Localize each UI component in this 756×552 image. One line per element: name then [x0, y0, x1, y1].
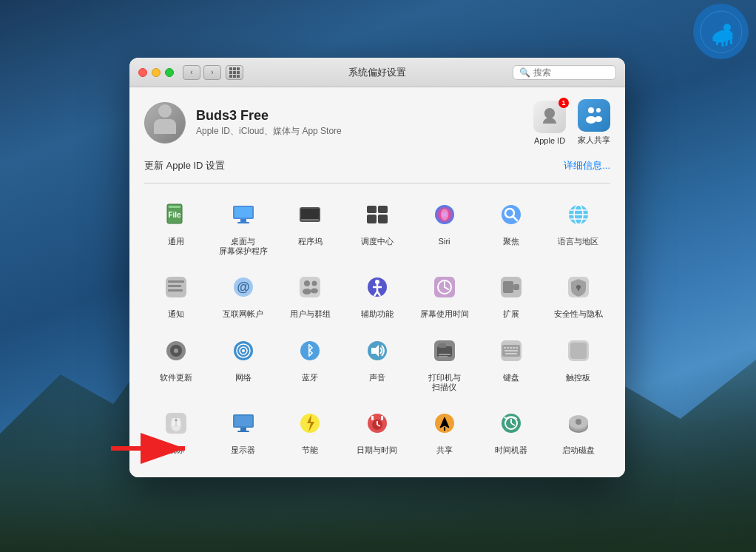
icon-software[interactable]: 软件更新	[144, 329, 209, 395]
extension-label: 扩展	[503, 309, 519, 319]
svg-point-13	[596, 108, 601, 112]
icon-language[interactable]: 语言与地区	[546, 192, 610, 259]
grid-view-button[interactable]	[226, 65, 243, 80]
svg-point-15	[595, 116, 602, 122]
svg-point-97	[172, 418, 176, 425]
update-link[interactable]: 详细信息...	[564, 159, 610, 172]
network-label: 网络	[235, 373, 252, 383]
icon-siri[interactable]: Siri	[412, 192, 476, 259]
desktop-label: 桌面与 屏幕保护程序	[219, 237, 268, 256]
sharing-label: 共享	[436, 445, 453, 455]
energy-icon	[291, 404, 329, 442]
avatar	[144, 102, 186, 144]
profile-info: Buds3 Free Apple ID、iCloud、媒体与 App Store	[196, 108, 533, 138]
search-icon: 🔍	[519, 67, 530, 78]
icon-timemachine[interactable]: 时间机器	[479, 401, 544, 458]
close-button[interactable]	[138, 68, 147, 77]
svg-rect-87	[507, 347, 509, 349]
display-label: 显示器	[231, 445, 255, 455]
datetime-icon	[358, 404, 396, 442]
spotlight-icon	[492, 195, 530, 234]
icon-startup[interactable]: 启动磁盘	[546, 401, 610, 458]
icon-dock[interactable]: 程序坞	[278, 192, 342, 259]
svg-rect-30	[378, 215, 388, 223]
family-sharing-icon	[578, 99, 610, 132]
icon-extension[interactable]: 扩展	[479, 265, 544, 322]
svg-rect-17	[169, 206, 180, 208]
update-banner: 更新 Apple ID 设置 详细信息...	[144, 158, 610, 174]
icon-spotlight[interactable]: 聚焦	[479, 192, 544, 259]
window-title: 系统偏好设置	[348, 66, 406, 79]
icon-bluetooth[interactable]: ᛒ蓝牙	[278, 329, 342, 395]
titlebar: ‹ › 系统偏好设置 🔍	[129, 58, 625, 87]
forward-button[interactable]: ›	[203, 65, 221, 80]
svg-rect-103	[240, 428, 246, 431]
icon-desktop[interactable]: 桌面与 屏幕保护程序	[212, 192, 276, 259]
icon-notification[interactable]: 通知	[144, 265, 209, 322]
general-icon: File	[157, 195, 195, 234]
svg-point-51	[311, 289, 318, 294]
svg-rect-92	[505, 353, 517, 354]
profile-section: Buds3 Free Apple ID、iCloud、媒体与 App Store…	[144, 99, 610, 146]
notification-icon	[157, 268, 195, 306]
extension-icon	[492, 268, 530, 306]
mission-icon	[358, 195, 396, 234]
icon-sound[interactable]: 声音	[345, 329, 410, 395]
icon-datetime[interactable]: 日期与时间	[345, 401, 410, 458]
search-box[interactable]: 🔍	[513, 65, 616, 80]
svg-rect-82	[439, 354, 450, 355]
keyboard-icon	[492, 331, 530, 370]
apple-id-label: Apple ID	[534, 136, 565, 145]
svg-rect-47	[300, 277, 320, 297]
svg-text:ᛒ: ᛒ	[306, 343, 314, 358]
screentime-label: 屏幕使用时间	[420, 309, 469, 319]
accessibility-icon	[358, 268, 396, 306]
icon-display[interactable]: 显示器	[212, 401, 276, 458]
svg-point-98	[176, 418, 180, 425]
divider-1	[144, 183, 610, 184]
svg-point-14	[586, 116, 596, 124]
minimize-button[interactable]	[152, 68, 161, 77]
search-input[interactable]	[533, 67, 610, 78]
bluetooth-label: 蓝牙	[302, 373, 318, 383]
icons-grid: File通用桌面与 屏幕保护程序程序坞调度中心Siri聚焦语言与地区通知@互联网…	[144, 192, 610, 458]
sound-icon	[358, 331, 396, 370]
icon-energy[interactable]: 节能	[278, 401, 342, 458]
icon-security[interactable]: 安全性与隐私	[546, 265, 610, 322]
datetime-label: 日期与时间	[357, 445, 397, 455]
users-icon	[291, 268, 329, 306]
maximize-button[interactable]	[165, 68, 174, 77]
back-button[interactable]: ‹	[183, 65, 200, 80]
sound-label: 声音	[369, 373, 385, 383]
desktop-icon	[224, 195, 263, 234]
family-sharing-item[interactable]: 家人共享	[578, 99, 610, 146]
icon-users[interactable]: 用户与群组	[278, 265, 342, 322]
svg-point-2	[723, 24, 731, 31]
svg-point-50	[312, 281, 317, 286]
profile-subtitle: Apple ID、iCloud、媒体与 App Store	[196, 125, 533, 138]
svg-point-12	[588, 107, 594, 113]
software-icon	[157, 331, 195, 370]
users-label: 用户与群组	[290, 309, 331, 319]
icon-internet[interactable]: @互联网帐户	[212, 265, 276, 322]
icon-general[interactable]: File通用	[144, 192, 209, 259]
icon-mission[interactable]: 调度中心	[345, 192, 410, 259]
keyboard-label: 键盘	[503, 373, 519, 383]
svg-rect-89	[513, 347, 515, 349]
svg-text:File: File	[169, 211, 182, 219]
icon-accessibility[interactable]: 辅助功能	[345, 265, 410, 322]
apple-id-item[interactable]: 1 Apple ID	[533, 101, 566, 145]
icon-screentime[interactable]: 屏幕使用时间	[412, 265, 476, 322]
red-arrow	[111, 430, 200, 467]
icon-trackpad[interactable]: 触控板	[546, 329, 610, 395]
icon-keyboard[interactable]: 键盘	[479, 329, 544, 395]
svg-point-74	[242, 349, 245, 352]
svg-point-123	[576, 419, 581, 425]
svg-rect-108	[381, 416, 383, 420]
svg-point-32	[441, 209, 448, 221]
nav-buttons: ‹ ›	[183, 65, 221, 80]
icon-sharing[interactable]: 共享	[412, 401, 476, 458]
icon-network[interactable]: 网络	[212, 329, 276, 395]
icon-printer[interactable]: 打印机与 扫描仪	[412, 329, 476, 395]
printer-label: 打印机与 扫描仪	[428, 373, 461, 392]
